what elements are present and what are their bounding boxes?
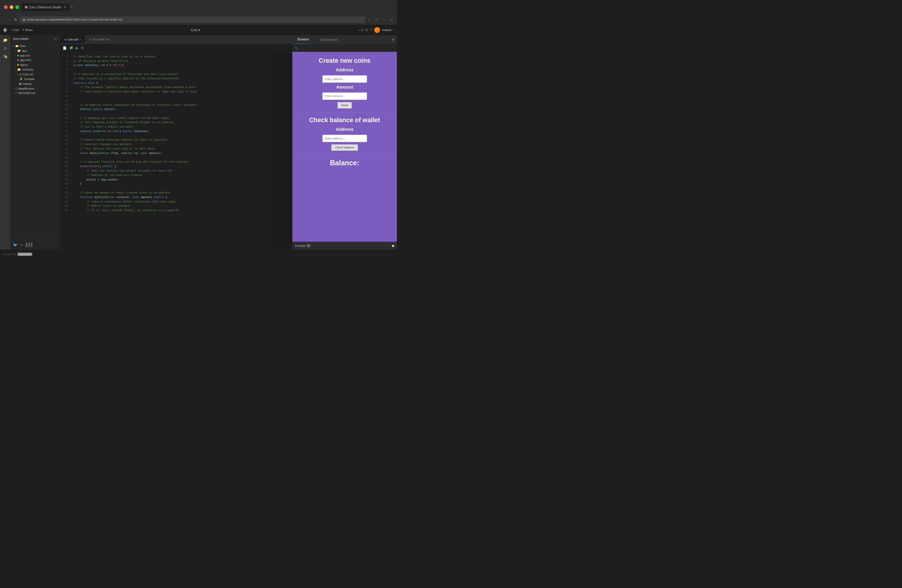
- file-icon: ◈: [19, 72, 21, 76]
- code-line: // and is also a public variable.: [73, 125, 268, 129]
- minimap: [271, 52, 292, 250]
- code-line: [73, 67, 268, 72]
- refresh-button[interactable]: ↻: [13, 17, 18, 22]
- tree-item-files[interactable]: ▾ 📁 Files: [10, 44, 60, 48]
- back-button[interactable]: ‹: [3, 17, 6, 22]
- tree-item-label: app.html: [20, 59, 31, 62]
- tree-item-label: Files: [20, 44, 25, 48]
- transactions-tab-panel[interactable]: Transactions: [314, 35, 343, 44]
- code-line: // of Solidity greater than 0.5.0: [73, 59, 268, 63]
- code-line: [73, 133, 268, 138]
- tree-item-app-js[interactable]: ■ app.js: [10, 63, 60, 67]
- address-input[interactable]: 🔒 studio.ethereum.org/5e86e4b326b4730012…: [20, 16, 365, 23]
- tree-item-contracts[interactable]: ▾ 📁 contracts: [10, 67, 60, 72]
- code-line: // before state is changed.: [73, 204, 268, 208]
- panel-layout-icon[interactable]: ⊞: [391, 38, 394, 41]
- url-text: studio.ethereum.org/5e86e4b326b473001234…: [27, 18, 122, 21]
- powered-by-text: Powered by: [3, 253, 16, 256]
- project-selector[interactable]: Coin ▾: [191, 28, 200, 32]
- code-line: // A special function only run during th…: [73, 160, 268, 164]
- github-icon[interactable]: ⊙: [20, 242, 23, 247]
- maximize-button[interactable]: [16, 5, 19, 9]
- create-address-input[interactable]: [322, 75, 367, 83]
- extensions-sidebar-icon[interactable]: ⚙: [3, 46, 7, 50]
- titlebar: Coin | Ethereum Studio ✕ +: [0, 0, 397, 14]
- puzzle-icon[interactable]: 🧩: [69, 46, 73, 50]
- toolbar-right-icons: + ▾ ⚙ ? Default ▾: [359, 27, 394, 33]
- settings-icon[interactable]: ⚙: [365, 28, 368, 32]
- lock-icon: 🔒: [23, 18, 25, 21]
- tab-readme[interactable]: ≡ README.md: [85, 35, 113, 44]
- explorer-icon[interactable]: 📁: [3, 38, 8, 42]
- code-line: address public minter;: [73, 107, 268, 111]
- check-address-input[interactable]: [322, 134, 367, 142]
- check-balance-title: Check balance of wallet: [309, 117, 380, 124]
- console-bar: Console 0 ◆: [292, 242, 397, 249]
- amount-label: Amount: [336, 84, 353, 89]
- tree-item-readme[interactable]: ≡ README.md: [10, 91, 60, 95]
- amount-input[interactable]: [322, 92, 367, 100]
- tree-item-label: dappfile.json: [18, 87, 34, 90]
- tree-item-dappfile[interactable]: {} dappfile.json: [10, 86, 60, 91]
- share-button[interactable]: ↗ Share: [22, 28, 33, 31]
- tab-coin-sol[interactable]: ◈ Coin.sol ✕: [60, 35, 85, 44]
- right-panel: Browser Transactions ⊞ ↻ Create new coin…: [292, 35, 397, 250]
- twitter-icon[interactable]: 🐦: [13, 242, 17, 247]
- console-count: 0: [307, 244, 310, 247]
- help-icon[interactable]: ?: [370, 28, 372, 32]
- new-file-icon[interactable]: ◁▷: [53, 38, 57, 41]
- folder-icon: 📁: [15, 44, 19, 48]
- tree-item-app-html[interactable]: ■ app.html: [10, 58, 60, 63]
- fork-button[interactable]: ⑂ Fork: [10, 28, 19, 31]
- code-content[interactable]: // Specifies that the source code is for…: [71, 52, 271, 250]
- bookmark-icon[interactable]: ☆: [367, 17, 373, 22]
- code-line: minter = msg.sender;: [73, 177, 268, 182]
- tree-item-coin-sol[interactable]: ▾ ◈ Coin.sol: [10, 72, 60, 77]
- tree-item-compile[interactable]: ⚡ Compile: [10, 77, 60, 81]
- tree-item-app[interactable]: ▾ 📁 app: [10, 48, 60, 53]
- close-button[interactable]: [4, 5, 8, 9]
- tab-close-icon[interactable]: ✕: [64, 5, 66, 9]
- stats-icon[interactable]: ▌▌▌: [26, 242, 34, 247]
- check-balance-button[interactable]: Check balance: [331, 144, 358, 151]
- tab-label: Coin.sol: [67, 38, 78, 41]
- editor-area: ◈ Coin.sol ✕ ≡ README.md 📄 🧩 ▶ ⚙ 1234567…: [60, 35, 292, 250]
- tree-item-deploy[interactable]: ▶ Deploy: [10, 81, 60, 86]
- fork-icon: ⑂: [10, 28, 12, 31]
- extensions-icon[interactable]: 🛡: [374, 17, 380, 22]
- refresh-icon[interactable]: ↻: [295, 46, 298, 50]
- tab-close-icon[interactable]: ✕: [79, 38, 81, 41]
- balance-section: Balance:: [296, 159, 393, 167]
- minimize-button[interactable]: [10, 5, 13, 9]
- browser-tab-label: Browser: [298, 38, 309, 41]
- more-icon[interactable]: ≡: [389, 17, 395, 22]
- tab-favicon: [25, 6, 28, 9]
- file-explorer: EXPLORER ◁▷ ▾ 📁 Files ▾ 📁 app: [10, 35, 60, 250]
- plugins-icon[interactable]: 🎭: [3, 55, 8, 59]
- tree-item-label: Compile: [24, 77, 35, 81]
- deploy-icon: ▶: [19, 82, 21, 85]
- menu-icon[interactable]: ⋯: [382, 17, 387, 22]
- config-icon[interactable]: ⚙: [81, 46, 84, 50]
- send-button[interactable]: Send: [337, 102, 352, 108]
- code-line: // address of the contract creator: [73, 173, 268, 177]
- explorer-header: EXPLORER ◁▷: [10, 35, 60, 43]
- browser-tab-bar: Coin | Ethereum Studio ✕ +: [22, 3, 393, 11]
- forward-button[interactable]: ›: [8, 17, 11, 22]
- new-file-btn[interactable]: 📄: [63, 46, 67, 50]
- tree-item-app-css[interactable]: ■ app.css: [10, 53, 60, 58]
- add-icon[interactable]: + ▾: [359, 28, 363, 32]
- traffic-lights: [4, 5, 19, 9]
- browser-tab[interactable]: Coin | Ethereum Studio ✕: [22, 3, 69, 11]
- browser-tab-panel[interactable]: Browser: [292, 35, 314, 44]
- sidebar-icons: 📁 ⚙ 🎭: [0, 35, 10, 250]
- file-icon: {}: [15, 87, 17, 90]
- explorer-actions: ◁▷: [53, 38, 57, 41]
- code-line: // that resides at a specific address on…: [73, 77, 268, 81]
- code-line: [73, 111, 268, 116]
- code-line: constructor() public {: [73, 164, 268, 169]
- code-line: // This defines the event and it is sent…: [73, 147, 268, 151]
- user-avatar[interactable]: [374, 27, 380, 33]
- new-tab-button[interactable]: +: [70, 4, 74, 10]
- run-icon[interactable]: ▶: [76, 46, 78, 50]
